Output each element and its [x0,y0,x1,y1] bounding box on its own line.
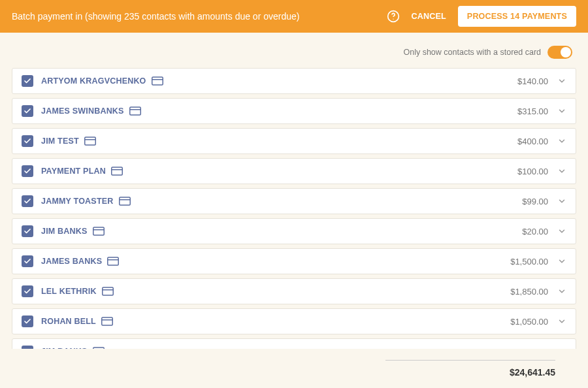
contact-amount: $100.00 [517,167,548,176]
expand-icon[interactable] [557,227,566,236]
contact-name: LEL KETHRIK [41,287,97,296]
contact-name: ARTYOM KRAGVCHENKO [41,76,146,86]
row-checkbox[interactable] [22,165,33,177]
contact-name: JIM TEST [41,137,79,146]
card-icon [111,167,123,176]
total-amount: $24,641.45 [510,367,555,378]
header-actions: CANCEL PROCESS 14 PAYMENTS [387,6,576,27]
contact-amount: $400.00 [517,137,548,146]
card-icon [129,106,141,116]
contact-row[interactable]: JIM TEST$400.00 [12,128,576,154]
row-checkbox[interactable] [22,225,33,237]
cancel-button[interactable]: CANCEL [412,12,446,21]
expand-icon[interactable] [557,106,566,116]
filter-label: Only show contacts with a stored card [403,48,541,57]
row-checkbox[interactable] [22,75,33,87]
expand-icon[interactable] [557,137,566,146]
card-icon [102,287,114,296]
contact-name: JAMES SWINBANKS [41,106,124,116]
card-icon [107,257,119,266]
svg-rect-2 [152,77,163,85]
expand-icon[interactable] [557,167,566,176]
contact-row[interactable]: LEL KETHRIK$1,850.00 [12,278,576,304]
row-checkbox[interactable] [22,285,33,297]
svg-rect-16 [102,287,113,295]
total-wrap: $24,641.45 [385,360,555,378]
row-checkbox[interactable] [22,135,33,147]
contact-name: ROHAN BELL [41,317,96,326]
expand-icon[interactable] [557,76,566,86]
contact-row[interactable]: JAMES SWINBANKS$315.00 [12,98,576,124]
expand-icon[interactable] [557,197,566,206]
filter-row: Only show contacts with a stored card [12,46,576,59]
contact-amount: $99.00 [522,197,548,206]
row-checkbox[interactable] [22,195,33,207]
expand-icon[interactable] [557,287,566,296]
help-icon[interactable] [387,10,400,23]
card-icon [119,197,131,206]
contact-amount: $20.00 [522,227,548,236]
contact-row[interactable]: JAMMY TOASTER$99.00 [12,188,576,214]
svg-point-1 [393,19,393,20]
card-icon [84,137,96,146]
contact-amount: $1,500.00 [510,257,548,267]
contact-row[interactable]: PAYMENT PLAN$100.00 [12,158,576,184]
svg-rect-12 [93,227,104,235]
expand-icon[interactable] [557,257,566,266]
row-checkbox[interactable] [22,255,33,267]
contact-name: JIM BANKS [41,227,88,236]
content: Only show contacts with a stored card AR… [0,33,588,349]
row-checkbox[interactable] [22,105,33,117]
contact-row[interactable]: JIM BANKS$17,912.46 [12,338,576,349]
contact-amount: $1,850.00 [510,287,548,297]
contact-name: JAMES BANKS [41,257,102,266]
svg-rect-4 [129,107,140,115]
card-icon [152,76,163,86]
svg-rect-6 [85,137,96,145]
svg-rect-8 [112,167,123,175]
process-payments-button[interactable]: PROCESS 14 PAYMENTS [458,6,576,27]
footer: $24,641.45 [0,349,588,388]
row-checkbox[interactable] [22,315,33,327]
svg-rect-18 [102,317,113,325]
svg-rect-14 [108,257,119,265]
contact-name: JAMMY TOASTER [41,197,114,206]
contact-amount: $1,050.00 [510,317,548,327]
expand-icon[interactable] [557,317,566,326]
svg-rect-10 [119,197,130,205]
toggle-knob [561,47,571,57]
card-icon [101,317,113,326]
contact-row[interactable]: ROHAN BELL$1,050.00 [12,308,576,334]
contacts-list[interactable]: ARTYOM KRAGVCHENKO$140.00JAMES SWINBANKS… [12,68,576,349]
contact-row[interactable]: JAMES BANKS$1,500.00 [12,248,576,274]
page-title: Batch payment in (showing 235 contacts w… [12,11,299,22]
contact-row[interactable]: JIM BANKS$20.00 [12,218,576,244]
header-bar: Batch payment in (showing 235 contacts w… [0,0,588,33]
contact-row[interactable]: ARTYOM KRAGVCHENKO$140.00 [12,68,576,94]
contact-amount: $315.00 [517,106,548,116]
contact-amount: $140.00 [517,76,548,86]
stored-card-toggle[interactable] [547,46,572,59]
card-icon [93,227,105,236]
contact-name: PAYMENT PLAN [41,167,106,176]
